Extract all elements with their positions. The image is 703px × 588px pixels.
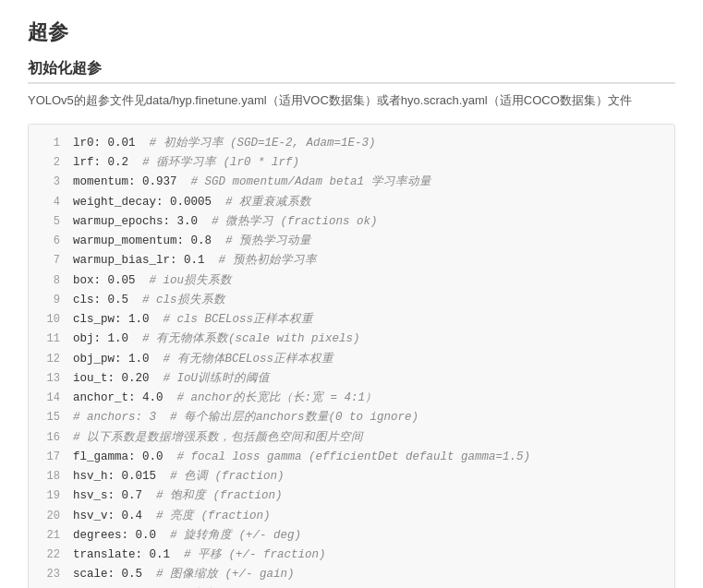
line-content: iou_t: 0.20 # IoU训练时的阈值	[73, 369, 270, 389]
line-number: 4	[38, 193, 60, 212]
code-block: 1lr0: 0.01 # 初始学习率 (SGD=1E-2, Adam=1E-3)…	[28, 124, 675, 588]
section-title: 初始化超参	[28, 59, 675, 84]
table-row: 18hsv_h: 0.015 # 色调 (fraction)	[29, 467, 674, 486]
line-content: box: 0.05 # iou损失系数	[73, 271, 232, 291]
line-content: hsv_v: 0.4 # 亮度 (fraction)	[73, 507, 271, 526]
line-number: 12	[38, 350, 60, 369]
line-number: 23	[38, 565, 60, 584]
line-content: weight_decay: 0.0005 # 权重衰减系数	[73, 193, 311, 212]
table-row: 16# 以下系数是数据增强系数，包括颜色空间和图片空间	[29, 428, 674, 448]
line-number: 17	[38, 448, 60, 467]
line-content: lrf: 0.2 # 循环学习率 (lr0 * lrf)	[73, 153, 299, 173]
line-number: 20	[38, 507, 60, 526]
line-content: fl_gamma: 0.0 # focal loss gamma (effici…	[73, 448, 530, 467]
line-number: 14	[38, 389, 60, 408]
line-number: 16	[38, 428, 60, 448]
line-number: 21	[38, 526, 60, 546]
table-row: 5warmup_epochs: 3.0 # 微热学习 (fractions ok…	[29, 212, 674, 232]
line-content: cls: 0.5 # cls损失系数	[73, 291, 225, 310]
table-row: 8box: 0.05 # iou损失系数	[29, 271, 674, 291]
line-content: # anchors: 3 # 每个输出层的anchors数量(0 to igno…	[73, 408, 418, 427]
line-number: 7	[38, 251, 60, 270]
table-row: 13iou_t: 0.20 # IoU训练时的阈值	[29, 369, 674, 389]
line-content: warmup_bias_lr: 0.1 # 预热初始学习率	[73, 251, 317, 270]
line-content: anchor_t: 4.0 # anchor的长宽比（长:宽 = 4:1）	[73, 389, 377, 408]
table-row: 2lrf: 0.2 # 循环学习率 (lr0 * lrf)	[29, 153, 674, 173]
line-number: 15	[38, 408, 60, 427]
line-number: 2	[38, 153, 60, 173]
line-content: hsv_h: 0.015 # 色调 (fraction)	[73, 467, 285, 486]
line-number: 3	[38, 173, 60, 192]
table-row: 1lr0: 0.01 # 初始学习率 (SGD=1E-2, Adam=1E-3)	[29, 134, 674, 153]
table-row: 17fl_gamma: 0.0 # focal loss gamma (effi…	[29, 448, 674, 467]
table-row: 6warmup_momentum: 0.8 # 预热学习动量	[29, 232, 674, 251]
line-number: 11	[38, 330, 60, 349]
table-row: 3momentum: 0.937 # SGD momentum/Adam bet…	[29, 173, 674, 192]
line-content: degrees: 0.0 # 旋转角度 (+/- deg)	[73, 526, 301, 546]
table-row: 15# anchors: 3 # 每个输出层的anchors数量(0 to ig…	[29, 408, 674, 427]
line-content: # 以下系数是数据增强系数，包括颜色空间和图片空间	[73, 428, 363, 448]
line-number: 9	[38, 291, 60, 310]
line-number: 8	[38, 271, 60, 291]
table-row: 4weight_decay: 0.0005 # 权重衰减系数	[29, 193, 674, 212]
line-number: 1	[38, 134, 60, 153]
table-row: 21degrees: 0.0 # 旋转角度 (+/- deg)	[29, 526, 674, 546]
line-number: 19	[38, 486, 60, 506]
line-number: 5	[38, 212, 60, 232]
table-row: 23scale: 0.5 # 图像缩放 (+/- gain)	[29, 565, 674, 584]
line-content: hsv_s: 0.7 # 饱和度 (fraction)	[73, 486, 283, 506]
line-content: warmup_epochs: 3.0 # 微热学习 (fractions ok)	[73, 212, 378, 232]
table-row: 9cls: 0.5 # cls损失系数	[29, 291, 674, 310]
line-number: 24	[38, 585, 60, 588]
table-row: 11obj: 1.0 # 有无物体系数(scale with pixels)	[29, 330, 674, 349]
line-content: shear: 0.0 # 图像切切 (+/- deg)	[73, 585, 287, 588]
line-content: momentum: 0.937 # SGD momentum/Adam beta…	[73, 173, 431, 192]
table-row: 24shear: 0.0 # 图像切切 (+/- deg)	[29, 585, 674, 588]
table-row: 19hsv_s: 0.7 # 饱和度 (fraction)	[29, 486, 674, 506]
line-number: 13	[38, 369, 60, 389]
line-number: 6	[38, 232, 60, 251]
line-content: warmup_momentum: 0.8 # 预热学习动量	[73, 232, 311, 251]
page-title: 超参	[28, 18, 675, 46]
line-number: 10	[38, 310, 60, 330]
table-row: 7warmup_bias_lr: 0.1 # 预热初始学习率	[29, 251, 674, 270]
table-row: 22translate: 0.1 # 平移 (+/- fraction)	[29, 546, 674, 565]
description: YOLOv5的超参文件见data/hyp.finetune.yaml（适用VOC…	[28, 91, 675, 111]
table-row: 20hsv_v: 0.4 # 亮度 (fraction)	[29, 507, 674, 526]
line-content: lr0: 0.01 # 初始学习率 (SGD=1E-2, Adam=1E-3)	[73, 134, 376, 153]
table-row: 12obj_pw: 1.0 # 有无物体BCELoss正样本权重	[29, 350, 674, 369]
line-content: translate: 0.1 # 平移 (+/- fraction)	[73, 546, 326, 565]
line-number: 18	[38, 467, 60, 486]
table-row: 10cls_pw: 1.0 # cls BCELoss正样本权重	[29, 310, 674, 330]
line-number: 22	[38, 546, 60, 565]
line-content: scale: 0.5 # 图像缩放 (+/- gain)	[73, 565, 295, 584]
table-row: 14anchor_t: 4.0 # anchor的长宽比（长:宽 = 4:1）	[29, 389, 674, 408]
line-content: cls_pw: 1.0 # cls BCELoss正样本权重	[73, 310, 313, 330]
line-content: obj_pw: 1.0 # 有无物体BCELoss正样本权重	[73, 350, 333, 369]
line-content: obj: 1.0 # 有无物体系数(scale with pixels)	[73, 330, 360, 349]
